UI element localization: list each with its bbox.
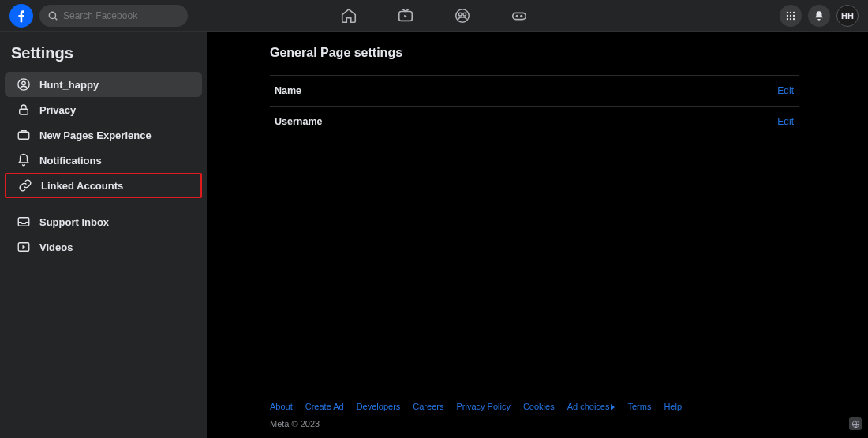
footer-link-privacy[interactable]: Privacy Policy bbox=[456, 402, 510, 411]
svg-point-4 bbox=[458, 13, 462, 16]
svg-point-17 bbox=[793, 17, 795, 19]
sidebar-item-label: Support Inbox bbox=[39, 216, 109, 228]
svg-point-8 bbox=[521, 15, 522, 17]
setting-row-username: Username Edit bbox=[270, 106, 799, 137]
footer-link-create-ad[interactable]: Create Ad bbox=[305, 402, 344, 411]
svg-rect-6 bbox=[513, 13, 526, 19]
svg-rect-20 bbox=[20, 109, 28, 114]
experience-icon bbox=[16, 127, 32, 143]
search-box[interactable] bbox=[39, 5, 188, 27]
sidebar-item-linked-accounts[interactable]: Linked Accounts bbox=[5, 173, 202, 198]
svg-point-19 bbox=[22, 81, 26, 85]
svg-point-12 bbox=[787, 14, 788, 16]
sidebar-item-label: New Pages Experience bbox=[39, 129, 152, 141]
footer-link-developers[interactable]: Developers bbox=[357, 402, 401, 411]
inbox-icon bbox=[16, 214, 32, 230]
sidebar-heading: Settings bbox=[0, 41, 207, 72]
edit-link[interactable]: Edit bbox=[777, 116, 794, 127]
svg-point-11 bbox=[793, 11, 795, 13]
footer-links: About Create Ad Developers Careers Priva… bbox=[270, 402, 836, 411]
sidebar-item-profile[interactable]: Hunt_happy bbox=[5, 72, 202, 97]
svg-point-14 bbox=[793, 14, 795, 16]
footer-link-terms[interactable]: Terms bbox=[627, 402, 651, 411]
top-navbar: HH bbox=[0, 0, 868, 32]
page-footer: About Create Ad Developers Careers Priva… bbox=[270, 402, 836, 429]
svg-rect-21 bbox=[18, 132, 29, 139]
svg-line-1 bbox=[54, 17, 57, 20]
triangle-icon bbox=[611, 404, 615, 410]
groups-icon[interactable] bbox=[454, 7, 471, 24]
svg-point-3 bbox=[456, 9, 470, 22]
sidebar-item-privacy[interactable]: Privacy bbox=[5, 97, 202, 122]
search-input[interactable] bbox=[63, 10, 180, 21]
watch-icon[interactable] bbox=[397, 7, 414, 24]
search-icon bbox=[47, 10, 58, 21]
sidebar-item-videos[interactable]: Videos bbox=[5, 234, 202, 260]
sidebar-item-pages-experience[interactable]: New Pages Experience bbox=[5, 122, 202, 148]
sidebar-item-notifications[interactable]: Notifications bbox=[5, 148, 202, 173]
svg-point-13 bbox=[790, 14, 791, 16]
video-icon bbox=[16, 239, 32, 255]
globe-icon[interactable] bbox=[849, 417, 862, 430]
page-title: General Page settings bbox=[270, 46, 836, 60]
settings-sidebar: Settings Hunt_happy Privacy New Pages Ex… bbox=[0, 32, 207, 438]
svg-point-0 bbox=[49, 12, 55, 18]
sidebar-item-label: Linked Accounts bbox=[41, 180, 123, 192]
footer-link-about[interactable]: About bbox=[270, 402, 293, 411]
gaming-icon[interactable] bbox=[511, 7, 528, 24]
sidebar-item-label: Videos bbox=[39, 241, 73, 253]
svg-point-7 bbox=[516, 15, 518, 17]
footer-link-help[interactable]: Help bbox=[664, 402, 682, 411]
top-center-nav bbox=[340, 0, 528, 31]
edit-link[interactable]: Edit bbox=[777, 85, 794, 96]
svg-point-16 bbox=[790, 17, 791, 19]
bell-icon bbox=[16, 152, 32, 168]
notifications-bell-icon[interactable] bbox=[808, 5, 830, 27]
setting-row-name: Name Edit bbox=[270, 75, 799, 107]
facebook-logo[interactable] bbox=[9, 4, 33, 28]
svg-point-9 bbox=[787, 11, 788, 13]
lock-icon bbox=[16, 102, 32, 118]
settings-rows: Name Edit Username Edit bbox=[270, 75, 799, 137]
svg-point-5 bbox=[463, 13, 466, 16]
top-right-controls: HH bbox=[780, 5, 859, 27]
user-icon bbox=[16, 77, 32, 92]
link-icon bbox=[17, 178, 33, 193]
sidebar-item-label: Hunt_happy bbox=[39, 79, 99, 91]
footer-link-careers[interactable]: Careers bbox=[413, 402, 443, 411]
home-icon[interactable] bbox=[340, 7, 357, 24]
row-label: Name bbox=[275, 85, 301, 96]
row-label: Username bbox=[275, 116, 322, 127]
sidebar-item-label: Notifications bbox=[39, 155, 102, 167]
sidebar-item-label: Privacy bbox=[39, 104, 76, 116]
sidebar-item-support-inbox[interactable]: Support Inbox bbox=[5, 209, 202, 234]
svg-point-15 bbox=[787, 17, 788, 19]
footer-copyright: Meta © 2023 bbox=[270, 419, 836, 429]
main-content: General Page settings Name Edit Username… bbox=[207, 32, 868, 438]
profile-avatar[interactable]: HH bbox=[836, 5, 859, 27]
menu-grid-icon[interactable] bbox=[780, 5, 802, 27]
svg-rect-22 bbox=[18, 218, 29, 226]
footer-link-ad-choices[interactable]: Ad choices bbox=[567, 402, 615, 411]
footer-link-cookies[interactable]: Cookies bbox=[523, 402, 555, 411]
svg-point-10 bbox=[790, 11, 791, 13]
